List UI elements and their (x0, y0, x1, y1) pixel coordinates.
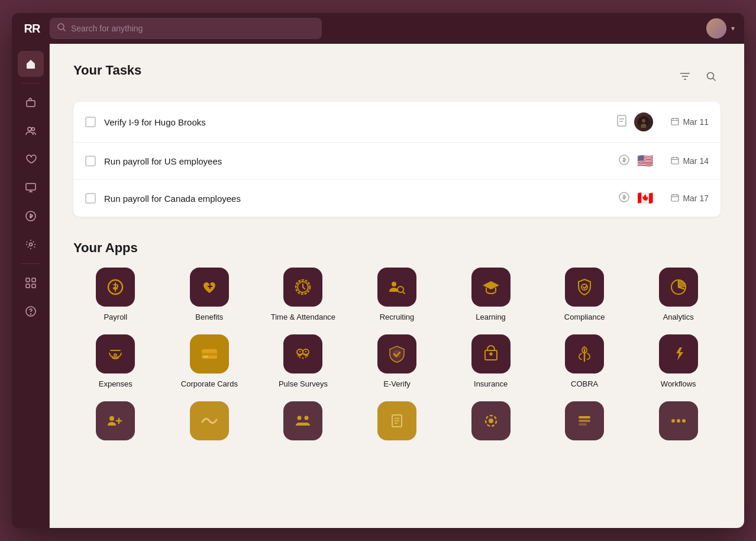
app-item-recruiting[interactable]: Recruiting (355, 268, 440, 323)
app-item-time[interactable]: Time & Attendance (261, 268, 345, 323)
svg-point-3 (28, 127, 31, 131)
search-tasks-icon[interactable] (702, 67, 721, 86)
app-item-corporate-cards[interactable]: Corporate Cards (167, 334, 252, 389)
sidebar-item-home[interactable] (18, 51, 44, 77)
app-item-learning[interactable]: Learning (448, 268, 533, 323)
task-date-1: Mar 11 (661, 117, 709, 127)
table-row: Verify I-9 for Hugo Brooks (73, 102, 721, 143)
task-list: Verify I-9 for Hugo Brooks (73, 102, 721, 217)
app-item-analytics[interactable]: Analytics (636, 268, 721, 323)
svg-line-44 (403, 292, 405, 294)
search-icon (57, 22, 66, 34)
chevron-down-icon[interactable]: ▾ (731, 24, 735, 33)
app-stub-1 (96, 401, 135, 440)
app-item-insurance[interactable]: Insurance (448, 334, 533, 389)
svg-point-72 (682, 419, 686, 423)
app-label-benefits: Benefits (195, 313, 223, 323)
us-flag-icon: 🇺🇸 (637, 153, 653, 169)
app-window: RR ▾ (12, 13, 744, 528)
app-item-pulse-surveys[interactable]: Pulse Surveys (261, 334, 345, 389)
sidebar-divider-1 (21, 83, 40, 83)
calendar-icon-1 (671, 117, 679, 127)
benefits-icon (190, 268, 229, 307)
filter-icon[interactable] (676, 67, 694, 86)
main-layout: Your Tasks (12, 44, 744, 528)
svg-rect-67 (579, 416, 590, 418)
svg-point-17 (707, 73, 714, 79)
recruiting-icon (377, 268, 416, 307)
app-item-stub-6[interactable] (542, 401, 627, 440)
avatar[interactable] (706, 18, 726, 38)
app-label-analytics: Analytics (663, 313, 694, 323)
avatar-image (706, 18, 726, 38)
app-label-workflows: Workflows (661, 379, 696, 389)
app-item-compliance[interactable]: Compliance (542, 268, 627, 323)
svg-rect-25 (671, 118, 679, 125)
svg-point-42 (392, 282, 396, 286)
svg-point-66 (489, 418, 493, 423)
task-checkbox-3[interactable] (85, 193, 96, 204)
topbar-right: ▾ (706, 18, 735, 38)
task-label-3: Run payroll for Canada employees (104, 194, 610, 204)
svg-rect-2 (27, 101, 35, 107)
learning-icon (471, 268, 511, 307)
svg-point-58 (109, 416, 114, 421)
sidebar-item-apps[interactable] (18, 270, 44, 296)
app-item-benefits[interactable]: Benefits (167, 268, 252, 323)
task-checkbox-1[interactable] (85, 117, 96, 127)
svg-line-18 (713, 79, 716, 81)
app-label-pulse-surveys: Pulse Surveys (279, 379, 328, 389)
logo[interactable]: RR (21, 18, 43, 39)
app-item-stub-3[interactable] (261, 401, 345, 440)
app-item-stub-7[interactable] (636, 401, 721, 440)
table-row: Run payroll for Canada employees 🇨🇦 (73, 180, 721, 217)
app-stub-4 (377, 401, 416, 440)
sidebar-item-help[interactable] (18, 298, 44, 324)
svg-rect-68 (579, 420, 590, 422)
dollar-icon-2 (618, 154, 630, 169)
app-item-stub-4[interactable] (355, 401, 440, 440)
sidebar-item-jobs[interactable] (18, 89, 44, 115)
app-item-workflows[interactable]: Workflows (636, 334, 721, 389)
topbar: RR ▾ (12, 13, 744, 44)
calendar-icon-3 (671, 194, 679, 204)
insurance-icon (471, 334, 511, 373)
sidebar-item-monitor[interactable] (18, 175, 44, 201)
app-label-cobra: COBRA (571, 379, 598, 389)
task-icons-2: 🇺🇸 (618, 153, 653, 169)
sidebar-item-payroll[interactable] (18, 203, 44, 229)
app-item-e-verify[interactable]: E-Verify (355, 334, 440, 389)
app-stub-3 (283, 401, 322, 440)
calendar-icon-2 (671, 156, 679, 166)
task-icons-3: 🇨🇦 (618, 191, 653, 206)
task-checkbox-2[interactable] (85, 156, 96, 166)
apps-title: Your Apps (73, 240, 721, 256)
svg-point-59 (298, 416, 302, 420)
app-label-time: Time & Attendance (271, 313, 335, 323)
search-input[interactable] (71, 24, 315, 33)
expenses-icon (96, 334, 135, 373)
app-label-payroll: Payroll (104, 313, 127, 323)
app-item-cobra[interactable]: COBRA (542, 334, 627, 389)
app-item-stub-2[interactable] (167, 401, 252, 440)
svg-rect-50 (203, 356, 208, 358)
svg-rect-69 (579, 423, 587, 426)
app-item-expenses[interactable]: Expenses (73, 334, 158, 389)
app-item-payroll[interactable]: Payroll (73, 268, 158, 323)
canada-flag-icon: 🇨🇦 (637, 191, 653, 206)
app-item-stub-1[interactable] (73, 401, 158, 440)
apps-grid-bottom (73, 401, 721, 440)
search-bar[interactable] (50, 18, 322, 39)
svg-point-7 (29, 243, 32, 246)
svg-rect-19 (618, 115, 626, 126)
app-item-stub-5[interactable] (448, 401, 533, 440)
svg-point-60 (305, 416, 309, 420)
sidebar-item-benefits[interactable] (18, 146, 44, 172)
svg-rect-9 (32, 278, 35, 282)
app-label-compliance: Compliance (564, 313, 605, 323)
app-stub-6 (565, 401, 604, 440)
sidebar-item-settings[interactable] (18, 231, 44, 257)
svg-point-4 (31, 128, 34, 131)
sidebar-item-people[interactable] (18, 118, 44, 144)
svg-point-23 (642, 119, 645, 123)
